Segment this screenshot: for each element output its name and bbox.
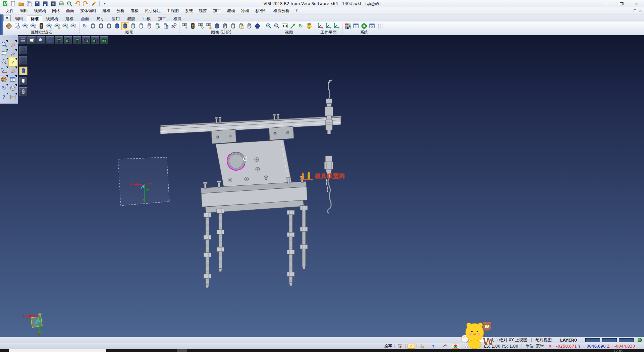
- display-flat-icon[interactable]: [19, 77, 28, 86]
- view-refresh-icon[interactable]: ↻: [297, 22, 305, 30]
- tab-模流[interactable]: 模流: [170, 15, 185, 21]
- taskbar-search-fragment[interactable]: [9, 349, 106, 352]
- profile-icon[interactable]: [463, 344, 470, 349]
- ucs-axis-icon[interactable]: [0, 66, 8, 75]
- save-icon[interactable]: [34, 1, 41, 7]
- tab-线架构[interactable]: 线架构: [42, 15, 62, 21]
- absolute-view-label[interactable]: 绝对视图: [536, 337, 552, 343]
- model-assembly[interactable]: [160, 80, 342, 288]
- taskbar-app-fragment[interactable]: [177, 349, 187, 352]
- filter-document-icon[interactable]: [13, 22, 21, 30]
- zoom-window-icon[interactable]: ▢: [273, 22, 281, 30]
- wireframe-view2-icon[interactable]: [97, 22, 105, 30]
- minimize-button[interactable]: [599, 0, 614, 7]
- workplane-view-icon[interactable]: [333, 22, 340, 30]
- menu-3[interactable]: 线架构: [31, 8, 49, 14]
- menu-16[interactable]: 冲模: [238, 8, 252, 14]
- visi-logo-icon[interactable]: V: [1, 1, 9, 7]
- close-button[interactable]: ×: [629, 0, 644, 7]
- render-settings-icon[interactable]: [170, 22, 177, 30]
- adv-show-icon[interactable]: +: [181, 22, 189, 30]
- fit-view-icon[interactable]: [0, 49, 8, 57]
- grid-toggle-icon[interactable]: [474, 344, 481, 349]
- dynamic-cube-icon[interactable]: [452, 344, 459, 349]
- menu-17[interactable]: 标准件: [252, 8, 270, 14]
- toolbox-grip[interactable]: [2, 38, 16, 39]
- menu-8[interactable]: 分析: [113, 8, 127, 14]
- flat-view-icon[interactable]: [138, 22, 145, 30]
- menu-7[interactable]: 建模: [99, 8, 113, 14]
- show-entities-icon[interactable]: +: [21, 22, 29, 30]
- measure-distance-icon[interactable]: [9, 92, 17, 101]
- zoom-box-icon[interactable]: ±: [0, 57, 8, 66]
- globe-icon[interactable]: [638, 338, 642, 342]
- search-icon[interactable]: [490, 338, 494, 342]
- solid-cube-icon[interactable]: [9, 84, 17, 92]
- menu-18[interactable]: 模流分析: [270, 8, 292, 14]
- menu-12[interactable]: 系统: [182, 8, 196, 14]
- hide-all-icon[interactable]: −: [70, 22, 77, 30]
- adv-toggle-icon[interactable]: ±: [205, 22, 213, 30]
- display-hatch-icon[interactable]: [19, 87, 28, 96]
- tab-建模[interactable]: 建模: [62, 15, 77, 21]
- selection-plane[interactable]: [118, 157, 169, 206]
- hide-entities-icon[interactable]: −: [30, 22, 37, 30]
- adv-gem-icon[interactable]: [254, 22, 261, 30]
- tab-加工[interactable]: 加工: [154, 15, 170, 21]
- help-icon[interactable]: ?: [0, 92, 8, 101]
- color-swatch-3[interactable]: [619, 338, 634, 342]
- hidden-line-view-icon[interactable]: [105, 22, 113, 30]
- print-icon[interactable]: [58, 1, 65, 7]
- view-mode-label[interactable]: 绝对 XY 上视图: [499, 337, 527, 343]
- system-grid-icon[interactable]: [376, 22, 384, 30]
- display-shaded-icon[interactable]: [19, 67, 28, 75]
- toggle-visibility-icon[interactable]: ±: [54, 22, 61, 30]
- zoom-extents-arrow-icon[interactable]: [289, 22, 297, 30]
- zoom-sphere-icon[interactable]: [37, 36, 45, 44]
- view-left-icon[interactable]: [91, 36, 99, 44]
- shade-copy-icon[interactable]: [162, 22, 169, 30]
- menu-1[interactable]: 文件: [3, 8, 17, 14]
- regen-icon[interactable]: ↻: [0, 84, 8, 92]
- child-close-icon[interactable]: ×: [639, 9, 642, 13]
- hatched-view-icon[interactable]: [146, 22, 153, 30]
- save-network-icon[interactable]: [50, 1, 57, 7]
- transparent-view-icon[interactable]: [129, 22, 137, 30]
- assistant-badge[interactable]: A: [464, 338, 469, 343]
- workplane-main-icon[interactable]: [317, 22, 324, 30]
- confirm-selection-icon[interactable]: ✓: [9, 57, 17, 66]
- tab-曲面[interactable]: 曲面: [77, 15, 93, 21]
- menu-5[interactable]: 曲面: [63, 8, 77, 14]
- open-folder-icon[interactable]: [17, 1, 25, 7]
- zoom-1to1-icon[interactable]: 1:1: [281, 22, 289, 30]
- view-assistant-icon[interactable]: [305, 22, 313, 30]
- display-wireframe-icon[interactable]: [19, 46, 28, 54]
- tab-应用[interactable]: 应用: [108, 15, 123, 21]
- system-colors-icon[interactable]: [344, 22, 352, 30]
- wireframe-view-icon[interactable]: [89, 22, 97, 30]
- grid-plane-icon[interactable]: [9, 75, 17, 84]
- color-swatch-1[interactable]: [585, 338, 600, 342]
- shaded-view-icon[interactable]: [121, 22, 129, 30]
- filter-traffic-icon[interactable]: [38, 22, 45, 30]
- zoom-dynamic-icon[interactable]: [0, 40, 8, 49]
- display-hidden-icon[interactable]: [19, 56, 28, 65]
- status-help-icon[interactable]: ?: [430, 344, 437, 349]
- new-file-icon[interactable]: [9, 1, 17, 7]
- menu-6[interactable]: 实体编辑: [77, 8, 99, 14]
- view-bottom-icon[interactable]: [64, 36, 72, 44]
- attributes-palette-icon[interactable]: [5, 22, 13, 30]
- layer-palette-icon[interactable]: [0, 75, 8, 84]
- tab-标准[interactable]: 标准: [27, 15, 42, 21]
- menu-14[interactable]: 加工: [210, 8, 224, 14]
- snap-spiral-icon[interactable]: @: [396, 344, 404, 349]
- menu-15[interactable]: 塑模: [224, 8, 238, 14]
- spline-edit-icon[interactable]: [9, 49, 17, 57]
- tab-塑膜[interactable]: 塑膜: [123, 15, 139, 21]
- preview-zoom-icon[interactable]: [66, 1, 73, 7]
- hand-input-icon[interactable]: [419, 344, 426, 349]
- point-snap-icon[interactable]: [441, 344, 448, 349]
- active-layer-label[interactable]: LAYER0: [560, 338, 577, 343]
- visibility-refresh-icon[interactable]: ↻: [46, 22, 53, 30]
- adv-refresh-icon[interactable]: ↻: [197, 22, 205, 30]
